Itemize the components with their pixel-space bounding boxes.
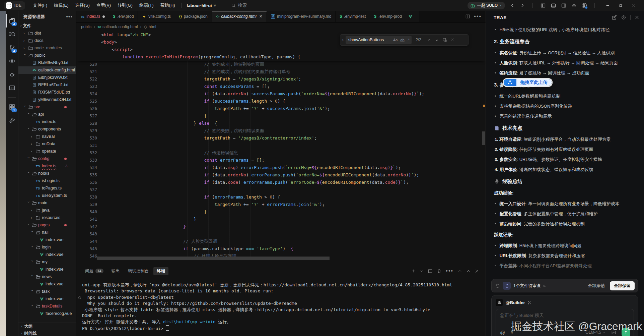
editor-tab-vite.config.ts[interactable]: vite.config.ts	[138, 11, 175, 22]
find-input[interactable]	[348, 37, 390, 43]
close-window-button[interactable]	[632, 3, 636, 8]
tree-item[interactable]: TSuseSystem.ts	[18, 192, 76, 199]
tree-item[interactable]: ›taskDetails	[18, 302, 76, 310]
horizontal-scrollbar[interactable]	[97, 257, 472, 260]
menu-item-G[interactable]: 转到(G)	[114, 1, 136, 10]
nav-back-button[interactable]	[510, 3, 515, 8]
editor-tab-index.ts[interactable]: TSindex.ts	[76, 11, 109, 22]
tree-item[interactable]: index.vue	[18, 280, 76, 288]
keep-all-button[interactable]: 全部保留	[610, 281, 635, 290]
tree-item[interactable]: RFRLx6Tud1.txt	[18, 81, 76, 89]
history-icon[interactable]	[621, 15, 626, 20]
tree-item[interactable]: index.vue	[18, 236, 76, 243]
tree-item[interactable]: facerecog.vue	[18, 310, 76, 317]
agent-tools-icon[interactable]	[527, 300, 532, 305]
tree-item[interactable]: ›my	[18, 258, 76, 266]
whole-word-toggle[interactable]: ab	[400, 38, 404, 42]
tab-close-icon[interactable]: ✕	[259, 14, 263, 19]
breadcrumb-item[interactable]: <>callback-config.html	[97, 24, 138, 29]
tree-item[interactable]: ›main	[18, 199, 76, 207]
regex-toggle[interactable]: .*	[407, 38, 410, 42]
close-panel-icon[interactable]	[475, 269, 479, 273]
undo-icon[interactable]	[495, 283, 500, 288]
vertical-scrollbar[interactable]	[482, 61, 485, 262]
breadcrumb-item[interactable]: public	[81, 24, 91, 29]
tree-item[interactable]: index.vue	[18, 251, 76, 258]
tree-item[interactable]: ›dist	[18, 30, 76, 37]
account-avatar[interactable]	[581, 3, 587, 8]
breadcrumb-item[interactable]: ◇html	[144, 24, 156, 29]
tree-item[interactable]: ›src	[18, 103, 76, 111]
tree-item[interactable]: ›api	[18, 111, 76, 118]
nav-forward-button[interactable]	[520, 3, 525, 8]
match-case-toggle[interactable]: Aa	[393, 38, 398, 42]
split-terminal-icon[interactable]	[428, 269, 433, 274]
editor-tab-package.json[interactable]: {}package.json	[175, 11, 212, 22]
project-switcher[interactable]: labour-h5-ui ∨	[184, 2, 219, 9]
tree-item[interactable]: TSisLogin.ts	[18, 177, 76, 184]
tree-item[interactable]: TStoPages.ts	[18, 184, 76, 192]
files-section-header[interactable]: › 文件	[18, 22, 76, 30]
tree-item[interactable]: index.vue	[18, 295, 76, 302]
source-control-icon[interactable]: 4	[6, 41, 18, 54]
editor-tab[interactable]	[406, 11, 419, 22]
tree-item[interactable]: ›pages	[18, 221, 76, 229]
close-panel-icon[interactable]	[635, 15, 639, 20]
find-previous-button[interactable]	[427, 38, 431, 42]
tree-item[interactable]: ›hooks	[18, 170, 76, 177]
menu-item-H[interactable]: 帮助(H)	[157, 1, 178, 10]
mention-button[interactable]: @	[500, 330, 505, 335]
agent-name[interactable]: @Builder	[506, 300, 525, 305]
toggle-bottom-panel-button[interactable]	[551, 3, 556, 8]
maximize-panel-icon[interactable]	[466, 269, 471, 273]
app-logo[interactable]: IDE	[4, 1, 25, 10]
tree-item[interactable]: Eibhjpk3WW.txt	[18, 74, 76, 81]
tree-item[interactable]: <>callback-config.html	[18, 66, 76, 74]
eye-icon[interactable]	[6, 54, 18, 68]
timeline-section[interactable]: ›时间线	[18, 330, 76, 336]
search-icon[interactable]	[6, 27, 18, 41]
reject-all-button[interactable]: 全部撤销	[585, 282, 607, 290]
tree-item[interactable]: ›navBar	[18, 133, 76, 140]
solo-button[interactable]: 一起 SOLO ›	[468, 2, 505, 9]
preview-icon[interactable]	[6, 81, 18, 95]
kill-terminal-icon[interactable]	[437, 269, 442, 274]
more-actions-icon[interactable]: •••	[446, 268, 453, 274]
settings-gear-icon[interactable]	[571, 3, 577, 8]
toggle-right-panel-button[interactable]	[561, 3, 567, 8]
maximize-button[interactable]	[619, 3, 623, 8]
panel-layout-icon[interactable]	[457, 269, 462, 273]
file-diff-icon[interactable]	[503, 282, 511, 290]
extensions-icon[interactable]: 1	[6, 100, 18, 114]
tree-item[interactable]: RXISMF5dUE.txt	[18, 89, 76, 96]
tree-item[interactable]: TSindex.ts	[18, 118, 76, 125]
tree-item[interactable]: index.vue	[18, 266, 76, 273]
tools-icon[interactable]	[6, 114, 18, 127]
editor-tab-miniprogram-env-summary.md[interactable]: Mminiprogram-env-summary.md	[267, 11, 336, 22]
tree-item[interactable]: ›config	[18, 155, 76, 162]
tree-item[interactable]: ›components	[18, 125, 76, 133]
tree-item[interactable]: yM6wnmubOH.txt	[18, 96, 76, 103]
new-chat-icon[interactable]	[612, 15, 617, 20]
tree-item[interactable]: ›docs	[18, 37, 76, 44]
tree-item[interactable]: ›noData	[18, 140, 76, 148]
tree-item[interactable]: ›hall	[18, 229, 76, 236]
tree-item[interactable]: ›java	[18, 207, 76, 214]
menu-item-T[interactable]: 终端(T)	[136, 1, 157, 10]
find-close-button[interactable]	[450, 38, 454, 42]
menu-item-S[interactable]: 选择(S)	[72, 1, 93, 10]
menu-item-E[interactable]: 编辑(E)	[51, 1, 72, 10]
editor-tab-.env.prod[interactable]: $.env.prod	[109, 11, 138, 22]
tree-item[interactable]: ›login	[18, 243, 76, 251]
find-in-selection-button[interactable]	[442, 38, 447, 42]
tree-item[interactable]: ›public	[18, 52, 76, 59]
split-editor-icon[interactable]	[465, 14, 471, 19]
find-collapse-icon[interactable]: ›	[340, 38, 346, 42]
panel-tab-调试控制台[interactable]: 调试控制台	[125, 267, 152, 275]
global-search[interactable]: 搜索	[231, 2, 247, 8]
minimize-button[interactable]	[605, 3, 610, 8]
menu-item-V[interactable]: 查看(V)	[93, 1, 114, 10]
editor-tab-.env.mp-prod[interactable]: $.env.mp-prod	[370, 11, 406, 22]
terminal-dropdown-icon[interactable]	[420, 269, 424, 273]
tree-item[interactable]: ›node_modules	[18, 44, 76, 52]
